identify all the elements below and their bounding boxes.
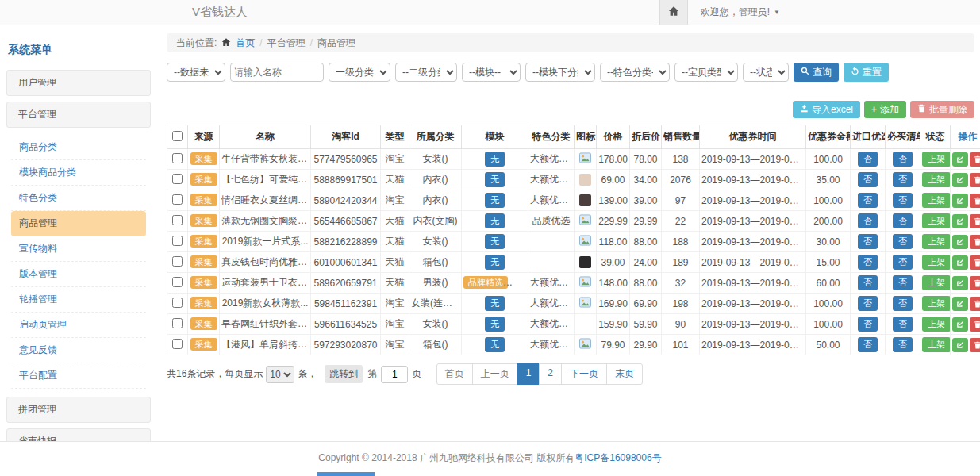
module-badge[interactable]: 无 bbox=[485, 255, 505, 270]
status-badge[interactable]: 上架 bbox=[922, 213, 951, 228]
status-badge[interactable]: 上架 bbox=[922, 255, 951, 270]
sidebar-item-商品管理[interactable]: 商品管理 bbox=[11, 211, 146, 236]
row-checkbox[interactable] bbox=[172, 236, 183, 246]
filter-select---模块--[interactable]: --模块-- bbox=[462, 63, 521, 82]
search-button[interactable]: 查询 bbox=[794, 63, 839, 82]
row-checkbox[interactable] bbox=[172, 277, 183, 287]
row-checkbox[interactable] bbox=[172, 298, 183, 308]
filter-select---模块下分类--[interactable]: --模块下分类-- bbox=[525, 63, 595, 82]
page-number-input[interactable] bbox=[381, 366, 408, 383]
import-pick-toggle[interactable]: 否 bbox=[858, 337, 878, 352]
delete-button[interactable] bbox=[970, 152, 980, 167]
status-badge[interactable]: 上架 bbox=[922, 193, 951, 208]
module-badge[interactable]: 无 bbox=[485, 213, 505, 228]
filter-select---二级分类--[interactable]: --二级分类-- bbox=[395, 63, 457, 82]
per-page-select[interactable]: 10 bbox=[266, 366, 294, 383]
must-buy-toggle[interactable]: 否 bbox=[893, 152, 913, 167]
status-badge[interactable]: 上架 bbox=[922, 152, 951, 167]
row-checkbox[interactable] bbox=[172, 256, 183, 267]
import-pick-toggle[interactable]: 否 bbox=[858, 234, 878, 249]
module-badge[interactable]: 无 bbox=[485, 193, 505, 208]
home-button[interactable] bbox=[659, 0, 688, 25]
page-button-末页[interactable]: 末页 bbox=[606, 363, 643, 385]
edit-button[interactable] bbox=[952, 214, 968, 228]
import-pick-toggle[interactable]: 否 bbox=[858, 193, 878, 208]
import-pick-toggle[interactable]: 否 bbox=[858, 296, 878, 311]
module-badge[interactable]: 品牌精选 bbox=[463, 276, 508, 289]
status-badge[interactable]: 上架 bbox=[922, 234, 951, 249]
delete-button[interactable] bbox=[970, 297, 980, 311]
must-buy-toggle[interactable]: 否 bbox=[893, 317, 913, 332]
edit-button[interactable] bbox=[952, 255, 968, 270]
filter-select---状态--[interactable]: --状态-- bbox=[743, 63, 789, 82]
edit-button[interactable] bbox=[952, 317, 968, 332]
import-pick-toggle[interactable]: 否 bbox=[858, 317, 878, 332]
delete-button[interactable] bbox=[970, 194, 980, 208]
status-badge[interactable]: 上架 bbox=[922, 275, 951, 290]
import-pick-toggle[interactable]: 否 bbox=[858, 152, 878, 167]
edit-button[interactable] bbox=[952, 152, 968, 167]
row-checkbox[interactable] bbox=[172, 339, 183, 349]
must-buy-toggle[interactable]: 否 bbox=[893, 296, 913, 311]
sidebar-item-特色分类[interactable]: 特色分类 bbox=[11, 186, 146, 211]
status-badge[interactable]: 上架 bbox=[922, 296, 951, 311]
import-excel-button[interactable]: 导入excel bbox=[793, 101, 860, 118]
icp-link[interactable]: 粤ICP备16098006号 bbox=[575, 452, 661, 463]
user-menu[interactable]: 欢迎您，管理员! ▼ bbox=[688, 0, 780, 25]
delete-button[interactable] bbox=[970, 214, 980, 228]
reset-button[interactable]: 重置 bbox=[844, 63, 889, 82]
batch-delete-button[interactable]: 批量删除 bbox=[910, 101, 974, 118]
add-button[interactable]: + 添加 bbox=[864, 101, 906, 118]
import-pick-toggle[interactable]: 否 bbox=[858, 172, 878, 187]
select-all-checkbox[interactable] bbox=[172, 131, 183, 141]
module-badge[interactable]: 无 bbox=[485, 337, 505, 352]
page-button-1[interactable]: 1 bbox=[517, 363, 540, 385]
status-badge[interactable]: 上架 bbox=[922, 317, 951, 332]
module-badge[interactable]: 无 bbox=[485, 317, 505, 332]
must-buy-toggle[interactable]: 否 bbox=[893, 255, 913, 270]
sidebar-item-商品分类[interactable]: 商品分类 bbox=[11, 135, 146, 160]
name-search-input[interactable] bbox=[230, 63, 324, 82]
edit-button[interactable] bbox=[952, 173, 968, 187]
page-button-上一页[interactable]: 上一页 bbox=[472, 363, 518, 385]
import-pick-toggle[interactable]: 否 bbox=[858, 213, 878, 228]
module-badge[interactable]: 无 bbox=[485, 172, 505, 187]
must-buy-toggle[interactable]: 否 bbox=[893, 275, 913, 290]
module-badge[interactable]: 无 bbox=[485, 152, 505, 167]
sidebar-item-轮播管理[interactable]: 轮播管理 bbox=[11, 287, 146, 313]
row-checkbox[interactable] bbox=[172, 174, 183, 184]
must-buy-toggle[interactable]: 否 bbox=[893, 213, 913, 228]
must-buy-toggle[interactable]: 否 bbox=[893, 234, 913, 249]
import-pick-toggle[interactable]: 否 bbox=[858, 275, 878, 290]
delete-button[interactable] bbox=[970, 317, 980, 332]
row-checkbox[interactable] bbox=[172, 153, 183, 163]
sidebar-item-用户管理[interactable]: 用户管理 bbox=[6, 70, 151, 96]
edit-button[interactable] bbox=[952, 338, 968, 352]
sidebar-item-版本管理[interactable]: 版本管理 bbox=[11, 262, 146, 287]
filter-select---宝贝类型--[interactable]: --宝贝类型-- bbox=[674, 63, 738, 82]
sidebar-item-平台管理[interactable]: 平台管理 bbox=[6, 102, 151, 128]
row-checkbox[interactable] bbox=[172, 215, 183, 225]
delete-button[interactable] bbox=[970, 255, 980, 270]
delete-button[interactable] bbox=[970, 338, 980, 352]
edit-button[interactable] bbox=[952, 194, 968, 208]
filter-select-一级分类[interactable]: 一级分类 bbox=[329, 63, 390, 82]
module-badge[interactable]: 无 bbox=[485, 234, 505, 249]
sidebar-item-平台配置[interactable]: 平台配置 bbox=[11, 363, 146, 389]
page-button-下一页[interactable]: 下一页 bbox=[561, 363, 607, 385]
sidebar-item-模块商品分类[interactable]: 模块商品分类 bbox=[11, 160, 146, 186]
delete-button[interactable] bbox=[970, 235, 980, 249]
status-badge[interactable]: 上架 bbox=[922, 337, 951, 352]
module-badge[interactable]: 无 bbox=[485, 296, 505, 311]
sidebar-item-意见反馈[interactable]: 意见反馈 bbox=[11, 338, 146, 363]
delete-button[interactable] bbox=[970, 173, 980, 187]
sidebar-item-拼团管理[interactable]: 拼团管理 bbox=[6, 397, 151, 423]
filter-select---数据来源--[interactable]: --数据来源-- bbox=[167, 63, 225, 82]
page-button-首页[interactable]: 首页 bbox=[436, 363, 473, 385]
jump-button[interactable]: 跳转到 bbox=[325, 365, 363, 383]
edit-button[interactable] bbox=[952, 276, 968, 290]
row-checkbox[interactable] bbox=[172, 318, 183, 328]
must-buy-toggle[interactable]: 否 bbox=[893, 337, 913, 352]
status-badge[interactable]: 上架 bbox=[922, 172, 951, 187]
must-buy-toggle[interactable]: 否 bbox=[893, 172, 913, 187]
